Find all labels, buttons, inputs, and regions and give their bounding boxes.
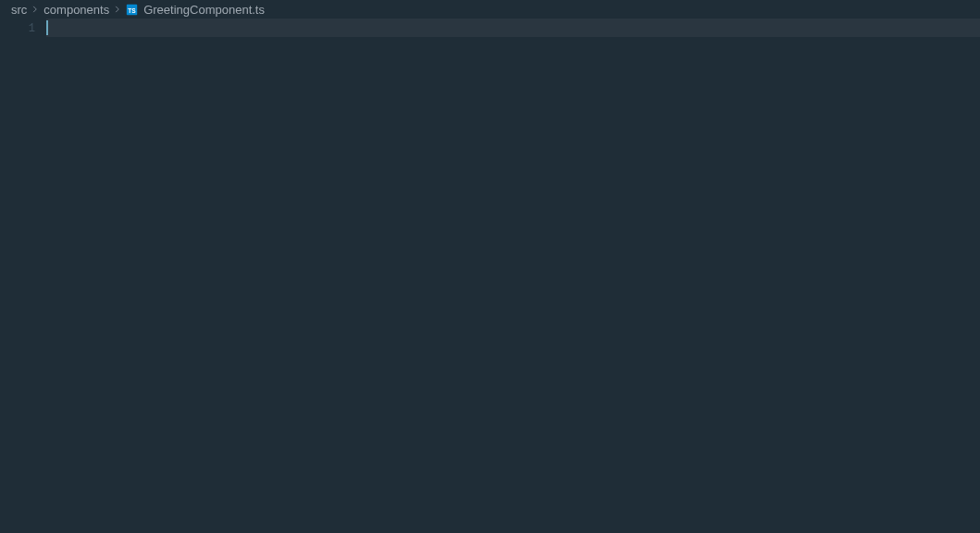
breadcrumb-item-components[interactable]: components <box>43 3 109 17</box>
breadcrumb: src components TS GreetingComponent.ts <box>0 0 980 19</box>
cursor <box>46 20 48 35</box>
line-number: 1 <box>29 19 35 38</box>
code-line[interactable] <box>46 19 980 37</box>
breadcrumb-file-label: GreetingComponent.ts <box>143 3 265 17</box>
chevron-right-icon <box>113 5 122 14</box>
svg-text:TS: TS <box>129 6 137 13</box>
breadcrumb-item-src[interactable]: src <box>11 3 27 17</box>
chevron-right-icon <box>31 5 40 14</box>
gutter: 1 <box>0 19 46 533</box>
typescript-file-icon: TS <box>126 4 138 16</box>
breadcrumb-item-file[interactable]: TS GreetingComponent.ts <box>126 3 265 17</box>
editor-area[interactable]: 1 <box>0 19 980 533</box>
code-area[interactable] <box>46 19 980 533</box>
